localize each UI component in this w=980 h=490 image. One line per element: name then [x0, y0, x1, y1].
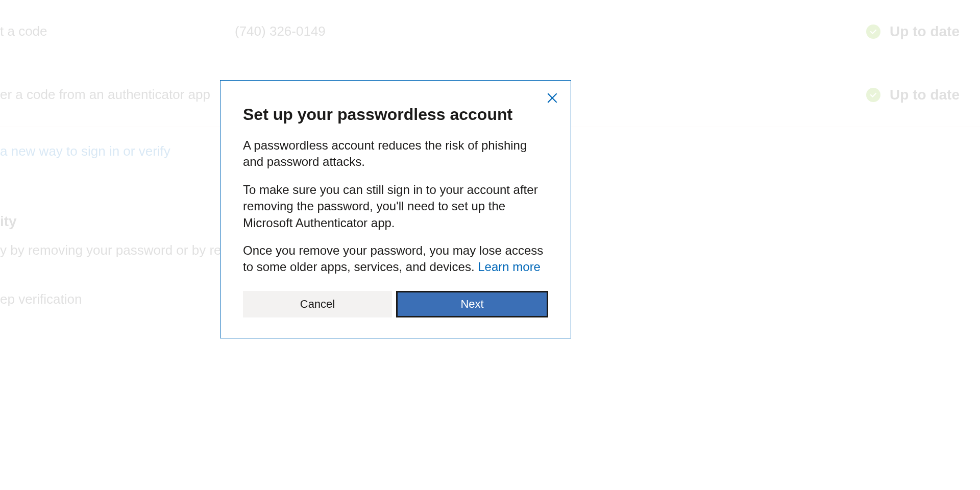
- dialog-body: A passwordless account reduces the risk …: [243, 137, 548, 276]
- next-button[interactable]: Next: [396, 291, 548, 317]
- dialog-actions: Cancel Next: [243, 291, 548, 317]
- cancel-button[interactable]: Cancel: [243, 291, 392, 317]
- dialog-paragraph: Once you remove your password, you may l…: [243, 242, 548, 276]
- learn-more-link[interactable]: Learn more: [478, 260, 541, 274]
- dialog-title: Set up your passwordless account: [243, 105, 548, 124]
- close-icon: [546, 91, 559, 105]
- dialog-paragraph: To make sure you can still sign in to yo…: [243, 182, 548, 231]
- dialog-paragraph: A passwordless account reduces the risk …: [243, 137, 548, 170]
- close-button[interactable]: [542, 88, 562, 108]
- passwordless-setup-dialog: Set up your passwordless account A passw…: [220, 80, 571, 338]
